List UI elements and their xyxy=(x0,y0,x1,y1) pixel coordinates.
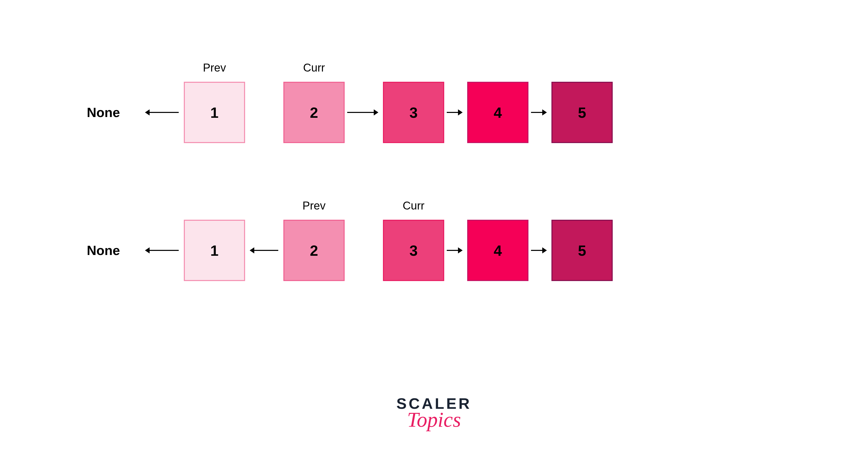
arrow-1-to-none xyxy=(146,112,179,113)
prev-label: Prev xyxy=(291,199,337,212)
none-label: None xyxy=(87,105,120,120)
node-4: 4 xyxy=(467,82,528,143)
node-3: 3 xyxy=(383,220,444,281)
node-1: 1 xyxy=(184,82,245,143)
node-1: 1 xyxy=(184,220,245,281)
prev-label: Prev xyxy=(191,61,238,74)
node-value: 5 xyxy=(578,104,586,121)
node-5: 5 xyxy=(552,220,613,281)
arrow-2-to-1 xyxy=(250,250,278,251)
node-value: 1 xyxy=(210,104,219,121)
arrow-4-to-5 xyxy=(531,250,546,251)
arrow-2-to-3 xyxy=(347,112,378,113)
node-3: 3 xyxy=(383,82,444,143)
curr-label: Curr xyxy=(291,61,337,74)
arrow-3-to-4 xyxy=(447,112,462,113)
node-value: 3 xyxy=(409,104,418,121)
logo-text-topics: Topics xyxy=(0,408,868,432)
node-value: 5 xyxy=(578,242,586,259)
arrow-1-to-none xyxy=(146,250,179,251)
curr-label: Curr xyxy=(391,199,437,212)
arrow-4-to-5 xyxy=(531,112,546,113)
diagram-row-2: Prev Curr None 1 2 3 4 5 xyxy=(153,199,715,307)
node-value: 2 xyxy=(310,242,318,259)
diagram-row-1: Prev Curr None 1 2 3 4 5 xyxy=(153,61,715,169)
node-value: 4 xyxy=(494,104,502,121)
arrow-3-to-4 xyxy=(447,250,462,251)
scaler-topics-logo: SCALER Topics xyxy=(0,395,868,432)
node-value: 4 xyxy=(494,242,502,259)
none-label: None xyxy=(87,243,120,258)
linked-list-reversal-diagram: Prev Curr None 1 2 3 4 5 Prev Curr None … xyxy=(153,61,715,307)
node-2: 2 xyxy=(283,220,345,281)
node-2: 2 xyxy=(283,82,345,143)
node-5: 5 xyxy=(552,82,613,143)
node-value: 1 xyxy=(210,242,219,259)
node-value: 2 xyxy=(310,104,318,121)
node-value: 3 xyxy=(409,242,418,259)
node-4: 4 xyxy=(467,220,528,281)
